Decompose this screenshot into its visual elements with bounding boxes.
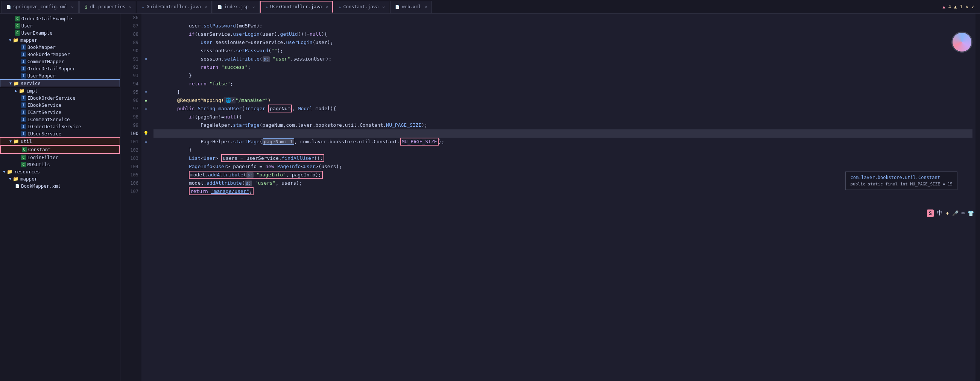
code-line-90: session.setAttribute(s: "user",sessionUs…	[153, 47, 972, 55]
gutter-96: ●	[142, 96, 151, 105]
line-numbers: 86 87 88 89 90 91 92 93 94 95 96 97 98 9…	[120, 14, 142, 381]
sidebar-item-orderdetailexample[interactable]: C OrderDetailExample	[0, 15, 120, 22]
tab-close-springmvc[interactable]: ✕	[72, 5, 74, 9]
item-label: MD5Utils	[27, 162, 50, 167]
tab-close-webxml[interactable]: ✕	[425, 5, 427, 9]
sidebar-item-icartservice[interactable]: I ICartService	[0, 109, 120, 116]
gutter-94	[142, 80, 151, 88]
error-count: 4	[948, 4, 951, 10]
interface-icon: I	[21, 124, 26, 129]
sidebar-item-userexample[interactable]: C UserExample	[0, 29, 120, 37]
sidebar-item-icommentservice[interactable]: I ICommentService	[0, 116, 120, 123]
code-line-91: return "success";	[153, 55, 972, 63]
line-99: 99	[120, 121, 138, 129]
sidebar-item-bookordermapper[interactable]: I BookOrderMapper	[0, 51, 120, 58]
scrollbar-right[interactable]	[975, 14, 980, 381]
tab-icon-webxml: 📄	[395, 5, 399, 9]
sidebar-item-md5utils[interactable]: C MD5Utils	[0, 161, 120, 168]
item-label: User	[21, 23, 33, 29]
item-label: IUserService	[27, 131, 61, 137]
code-content[interactable]: user.setPassword(md5Pwd); if(userService…	[151, 14, 975, 381]
gutter-98	[142, 113, 151, 121]
gutter-100: 💡	[142, 129, 151, 138]
tab-label-guide: GuideController.java	[147, 4, 201, 10]
tab-usercontroller[interactable]: ☕ UserController.java ✕	[260, 1, 333, 13]
sidebar-item-orderdetailmapper[interactable]: I OrderDetailMapper	[0, 65, 120, 72]
line-94: 94	[120, 80, 138, 88]
gutter-95: ◇	[142, 88, 151, 96]
interface-icon: I	[21, 117, 26, 122]
sidebar-item-iorderdetailservice[interactable]: I IOrderDetailService	[0, 123, 120, 130]
interface-icon: I	[21, 95, 26, 101]
item-label: util	[21, 138, 32, 144]
sidebar-item-ibookorderservice[interactable]: I IBookOrderService	[0, 94, 120, 102]
line-88: 88	[120, 30, 138, 38]
sidebar-item-bookmapper-xml[interactable]: 📄 BookMapper.xml	[0, 183, 120, 190]
sidebar-item-util-folder[interactable]: ▼ 📁 util	[0, 137, 120, 145]
item-label: UserExample	[21, 30, 52, 36]
class-icon: C	[15, 30, 20, 36]
tab-close-db[interactable]: ✕	[129, 5, 131, 9]
code-line-94: }	[153, 80, 972, 88]
interface-icon: I	[21, 110, 26, 115]
gutter-107	[142, 187, 151, 195]
sidebar-item-iuserservice[interactable]: I IUserService	[0, 130, 120, 137]
item-label: IBookService	[27, 102, 61, 108]
line-106: 106	[120, 179, 138, 187]
tab-bar[interactable]: 📄 springmvc_config.xml ✕ 🗄 db.properties…	[0, 0, 980, 14]
sidebar-item-constant[interactable]: C Constant	[0, 145, 120, 154]
line-93: 93	[120, 71, 138, 80]
sidebar-item-impl-folder[interactable]: ▶ 📁 impl	[0, 87, 120, 94]
item-label: BookMapper.xml	[21, 183, 60, 189]
tab-close-index[interactable]: ✕	[253, 5, 255, 9]
code-line-92: }	[153, 63, 972, 71]
sidebar-item-resources-folder[interactable]: ▼ 📁 resources	[0, 168, 120, 175]
class-icon: C	[21, 162, 26, 167]
sidebar-item-mapper-folder2[interactable]: ▼ 📁 mapper	[0, 175, 120, 183]
item-label: CommentMapper	[27, 59, 64, 64]
tab-close-constant[interactable]: ✕	[382, 5, 385, 9]
class-icon: C	[15, 16, 20, 21]
tab-icon-user: ☕	[266, 5, 268, 9]
nav-down[interactable]: ∨	[971, 4, 974, 10]
interface-icon: I	[21, 59, 26, 64]
folder-icon: 📁	[13, 176, 19, 182]
gutter-106	[142, 179, 151, 187]
item-label: IBookOrderService	[27, 95, 76, 101]
interface-icon: I	[21, 44, 26, 50]
sidebar-item-bookmapper[interactable]: I BookMapper	[0, 44, 120, 51]
tab-guide[interactable]: ☕ GuideController.java ✕	[137, 1, 212, 13]
code-line-102: List<User> users = userService.findAllUs…	[153, 146, 972, 154]
gutter: ◇ ◇ ● ◇ 💡 ◇	[142, 14, 151, 381]
line-87: 87	[120, 22, 138, 30]
sidebar: C OrderDetailExample C User C UserExampl…	[0, 14, 120, 381]
interface-icon: I	[21, 73, 26, 79]
code-line-93: return "false";	[153, 71, 972, 80]
gutter-92	[142, 63, 151, 71]
code-line-99: }else{	[153, 121, 972, 129]
item-label: impl	[26, 88, 38, 94]
code-line-95: @RequestMapping(🌐✓"/manaUser")	[153, 88, 972, 96]
sidebar-item-service-folder[interactable]: ▼ 📁 service	[0, 79, 120, 87]
sidebar-item-ibookservice[interactable]: I IBookService	[0, 102, 120, 109]
sidebar-item-user[interactable]: C User	[0, 22, 120, 29]
tab-index[interactable]: 📄 index.jsp ✕	[213, 1, 259, 13]
line-96: 96	[120, 96, 138, 105]
line-105: 105	[120, 171, 138, 179]
tab-db[interactable]: 🗄 db.properties ✕	[80, 1, 137, 13]
sidebar-item-usermapper[interactable]: I UserMapper	[0, 72, 120, 79]
tab-springmvc[interactable]: 📄 springmvc_config.xml ✕	[2, 1, 79, 13]
code-line-87: if(userService.userLogin(user).getUid()!…	[153, 22, 972, 30]
nav-up[interactable]: ∧	[966, 4, 968, 10]
item-label: resources	[14, 169, 40, 175]
tab-close-user[interactable]: ✕	[325, 5, 328, 9]
tab-constant[interactable]: ☕ Constant.java ✕	[334, 1, 389, 13]
class-icon: C	[15, 23, 20, 29]
sidebar-item-loginfilter[interactable]: C LoginFilter	[0, 154, 120, 161]
line-107: 107	[120, 187, 138, 195]
sidebar-item-commentmapper[interactable]: I CommentMapper	[0, 58, 120, 65]
sidebar-item-mapper-folder[interactable]: ▼ 📁 mapper	[0, 37, 120, 44]
tab-webxml[interactable]: 📄 web.xml ✕	[390, 1, 432, 13]
line-98: 98	[120, 113, 138, 121]
tab-close-guide[interactable]: ✕	[205, 5, 207, 9]
